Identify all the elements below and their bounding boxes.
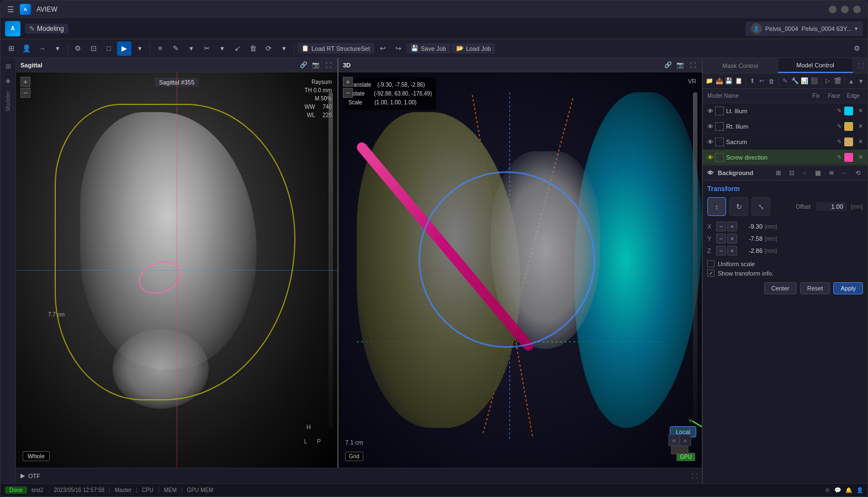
sidebar-modeler-label[interactable]: Modeler (5, 89, 11, 113)
y-step-plus[interactable]: + (727, 234, 737, 244)
edit-icon-lt-ilium[interactable]: ✎ (834, 108, 844, 114)
rt-btn-black[interactable]: ⬛ (810, 75, 819, 87)
load-rt-button[interactable]: 📋 Load RT StructureSet (297, 43, 374, 54)
status-icon-1[interactable]: ⚙ (825, 487, 830, 493)
rt-btn-up[interactable]: ⬆ (748, 75, 756, 87)
rt-btn-edit[interactable]: ✎ (781, 75, 790, 87)
bg-icon-6[interactable]: ↔ (839, 167, 850, 178)
rt-btn-copy[interactable]: 📋 (734, 75, 743, 87)
toolbar-btn-dropdown1[interactable]: ▾ (50, 41, 65, 56)
bg-icon-2[interactable]: ⊡ (786, 167, 797, 178)
sagittal-camera-icon[interactable]: 📷 (311, 60, 321, 70)
color-screw[interactable] (844, 153, 853, 162)
otf-arrow[interactable]: ▶ (20, 472, 25, 479)
uniform-scale-checkbox[interactable] (707, 260, 714, 267)
toolbar-btn-settings[interactable]: ⚙ (71, 41, 85, 56)
color-sacrum[interactable] (844, 138, 853, 146)
close-button[interactable] (853, 6, 861, 13)
patient-dropdown-arrow[interactable]: ▾ (855, 25, 858, 31)
check-screw[interactable] (715, 153, 724, 162)
3d-expand-icon[interactable]: ⛶ (687, 60, 697, 70)
toolbar-btn-dropdown2[interactable]: ▾ (133, 41, 147, 56)
toolbar-btn-pencil[interactable]: ✎ (168, 41, 183, 56)
toolbar-btn-scissors[interactable]: ✂ (199, 41, 214, 56)
minimize-button[interactable] (829, 6, 837, 13)
eye-icon-rt-ilium[interactable]: 👁 (705, 123, 715, 130)
menu-icon[interactable]: ☰ (7, 5, 14, 14)
toolbar-btn-play[interactable]: ▶ (117, 41, 131, 56)
3d-camera-icon[interactable]: 📷 (675, 60, 685, 70)
edit-icon-screw[interactable]: ✎ (834, 154, 844, 160)
toolbar-btn-arrow2[interactable]: ↙ (230, 41, 245, 56)
eye-icon-sacrum[interactable]: 👁 (705, 139, 715, 145)
rt-btn-play[interactable]: ▷ (824, 75, 833, 87)
eye-icon-screw[interactable]: 👁 (705, 154, 715, 161)
rt-btn-wrench[interactable]: 🔧 (791, 75, 800, 87)
toolbar-btn-rotate[interactable]: ⟳ (261, 41, 276, 56)
rt-btn-new[interactable]: 📁 (705, 75, 714, 87)
rt-btn-undo[interactable]: ↩ (758, 75, 766, 87)
rt-btn-chart[interactable]: 📊 (800, 75, 809, 87)
z-step-minus[interactable]: − (716, 246, 726, 256)
model-item-rt-ilium[interactable]: 👁 Rt. Ilium ✎ ✕ (703, 119, 867, 134)
save-job-button[interactable]: 💾 Save Job (406, 43, 451, 54)
color-rt-ilium[interactable] (844, 122, 853, 131)
status-icon-3[interactable]: 🔔 (845, 487, 852, 493)
scale-btn[interactable]: ⤡ (751, 197, 770, 216)
toolbar-btn-user[interactable]: 👤 (19, 41, 34, 56)
del-icon-screw[interactable]: ✕ (855, 154, 865, 161)
maximize-button[interactable] (841, 6, 849, 13)
3d-grid-label[interactable]: Grid (345, 452, 363, 461)
edit-icon-rt-ilium[interactable]: ✎ (834, 123, 844, 129)
toolbar-btn-dropdown3[interactable]: ▾ (184, 41, 198, 56)
translate-btn[interactable]: ↕ (707, 197, 726, 216)
rt-btn-save[interactable]: 💾 (724, 75, 733, 87)
toolbar-btn-lines[interactable]: ≡ (153, 41, 167, 56)
sidebar-icon-2[interactable]: ◈ (2, 75, 14, 87)
status-icon-4[interactable]: 👤 (856, 487, 863, 493)
toolbar-btn-arrow[interactable]: → (35, 41, 49, 56)
show-transform-checkbox[interactable]: ✓ (707, 269, 714, 277)
rt-btn-up2[interactable]: ▲ (847, 75, 856, 87)
eye-icon-lt-ilium[interactable]: 👁 (705, 108, 715, 114)
sagittal-viewport[interactable]: Sagittal #355 Raysum TH 0.0 mm M 50% WW … (16, 72, 337, 468)
y-step-minus[interactable]: − (716, 234, 726, 244)
otf-expand-icon[interactable]: ⛶ (691, 473, 697, 479)
model-item-screw[interactable]: 👁 Screw direction ✎ ✕ (703, 150, 867, 165)
3d-link-icon[interactable]: 🔗 (663, 60, 673, 70)
color-lt-ilium[interactable] (844, 107, 853, 115)
toolbar-btn-dropdown5[interactable]: ▾ (277, 41, 291, 56)
status-icon-2[interactable]: 💬 (834, 487, 841, 493)
tab-model-control[interactable]: Model Control (778, 58, 853, 73)
eye-bg-icon[interactable]: 👁 (707, 170, 713, 176)
center-button[interactable]: Center (764, 282, 797, 294)
patient-info[interactable]: 👤 Pelvis_0004 Pelvis_0004 63Y... ▾ (745, 22, 863, 36)
3d-viewport[interactable]: Translate (-9.30, -7.58, -2.86) Rotate (… (338, 72, 702, 468)
rt-btn-export[interactable]: 📤 (715, 75, 724, 87)
rotate-btn[interactable]: ↻ (729, 197, 748, 216)
check-sacrum[interactable] (715, 138, 724, 146)
panel-expand-btn[interactable]: ⛶ (853, 58, 867, 73)
toolbar-btn-dropdown4[interactable]: ▾ (215, 41, 229, 56)
toolbar-btn-redo[interactable]: ↪ (391, 41, 405, 56)
check-rt-ilium[interactable] (715, 122, 724, 131)
z-value[interactable]: -2.86 (737, 247, 765, 254)
sagittal-link-icon[interactable]: 🔗 (299, 60, 309, 70)
toolbar-btn-grid2[interactable]: ⊡ (86, 41, 100, 56)
model-item-lt-ilium[interactable]: 👁 Lt. Ilium ✎ ✕ (703, 103, 867, 119)
del-icon-rt-ilium[interactable]: ✕ (855, 123, 865, 130)
zoom-in-button[interactable]: + (20, 77, 30, 87)
x-value[interactable]: -9.30 (737, 223, 765, 230)
rt-btn-film[interactable]: 🎬 (833, 75, 842, 87)
edit-icon-sacrum[interactable]: ✎ (834, 139, 844, 145)
x-step-plus[interactable]: + (727, 221, 737, 231)
toolbar-btn-settings2[interactable]: ⚙ (850, 41, 864, 56)
check-lt-ilium[interactable] (715, 107, 724, 115)
del-icon-sacrum[interactable]: ✕ (855, 138, 865, 145)
bg-icon-3[interactable]: ○ (799, 167, 810, 178)
bg-icon-4[interactable]: ▦ (812, 167, 823, 178)
reset-button[interactable]: Reset (800, 282, 830, 294)
del-icon-lt-ilium[interactable]: ✕ (855, 107, 865, 114)
sagittal-expand-icon[interactable]: ⛶ (323, 60, 333, 70)
bg-icon-1[interactable]: ⊞ (772, 167, 784, 178)
